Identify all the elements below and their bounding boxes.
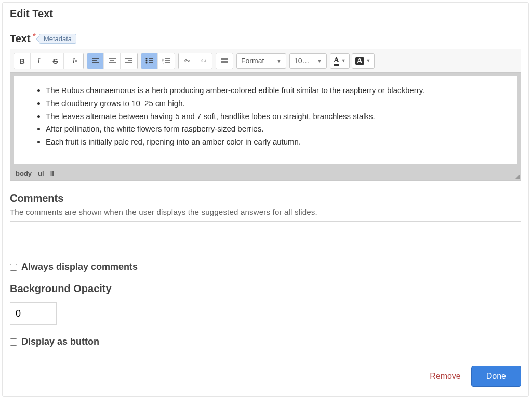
text-style-group: B I S Ix	[14, 53, 84, 69]
list-item: The cloudberry grows to 10–25 cm high.	[46, 97, 507, 110]
comments-input[interactable]	[10, 221, 521, 248]
svg-text:3: 3	[162, 62, 164, 64]
strikethrough-button[interactable]: S	[47, 53, 64, 69]
format-dropdown-label: Format	[241, 57, 264, 65]
align-left-button[interactable]	[87, 53, 104, 69]
italic-button[interactable]: I	[31, 53, 47, 69]
text-color-icon: A	[334, 56, 339, 66]
separator	[65, 55, 65, 67]
display-as-button-label: Display as button	[21, 336, 99, 347]
block-group	[216, 53, 233, 69]
background-opacity-input[interactable]	[10, 302, 57, 325]
list-item: The Rubus chamaemorus is a herb producin…	[46, 84, 507, 97]
list-item: The leaves alternate between having 5 an…	[46, 110, 507, 123]
svg-point-12	[145, 58, 147, 59]
align-center-button[interactable]	[104, 53, 121, 69]
bulleted-list-icon	[145, 57, 154, 64]
background-opacity-label: Background Opacity	[10, 283, 521, 295]
list-group: 123	[141, 53, 175, 69]
chevron-down-icon: ▼	[341, 58, 346, 63]
unlink-icon	[200, 57, 208, 64]
bulleted-list-button[interactable]	[141, 53, 158, 69]
path-segment[interactable]: li	[50, 169, 54, 177]
justify-button[interactable]	[216, 53, 233, 69]
background-color-icon: A	[355, 57, 364, 65]
background-color-button[interactable]: A ▼	[352, 53, 375, 69]
comments-label: Comments	[10, 192, 521, 204]
editor-toolbar: B I S Ix	[10, 49, 521, 73]
align-left-icon	[91, 57, 100, 64]
always-display-label: Always display comments	[21, 261, 138, 272]
unlink-button[interactable]	[195, 53, 212, 69]
comments-help-text: The comments are shown when the user dis…	[10, 207, 521, 216]
align-right-icon	[125, 57, 133, 64]
text-label: Text	[10, 33, 31, 45]
link-group	[178, 53, 212, 69]
numbered-list-button[interactable]: 123	[158, 53, 175, 69]
text-color-button[interactable]: A ▼	[330, 53, 350, 69]
svg-point-13	[145, 60, 147, 61]
path-segment[interactable]: body	[16, 169, 32, 177]
panel-body: Text * Metadata B I S Ix	[3, 25, 528, 396]
chevron-down-icon: ▼	[317, 58, 322, 64]
done-button[interactable]: Done	[471, 366, 521, 387]
panel-title: Edit Text	[3, 3, 528, 25]
list-item: Each fruit is initially pale red, ripeni…	[46, 136, 507, 149]
remove-button[interactable]: Remove	[430, 372, 461, 381]
text-field-label-row: Text * Metadata	[10, 33, 521, 45]
always-display-row[interactable]: Always display comments	[10, 261, 521, 272]
align-group	[87, 53, 138, 69]
format-dropdown[interactable]: Format ▼	[236, 53, 286, 69]
edit-text-panel: Edit Text Text * Metadata B I S Ix	[2, 2, 529, 397]
size-dropdown-label: 10…	[294, 57, 310, 65]
align-right-button[interactable]	[121, 53, 137, 69]
remove-format-button[interactable]: Ix	[66, 53, 83, 69]
link-button[interactable]	[179, 53, 195, 69]
size-dropdown[interactable]: 10… ▼	[289, 53, 327, 69]
bullet-list: The Rubus chamaemorus is a herb producin…	[24, 84, 507, 149]
chevron-down-icon: ▼	[366, 58, 371, 63]
chevron-down-icon: ▼	[276, 58, 282, 64]
footer-actions: Remove Done	[10, 366, 521, 389]
bold-button[interactable]: B	[14, 53, 31, 69]
svg-point-14	[145, 62, 147, 63]
editor-element-path: body ul li	[10, 167, 521, 180]
required-asterisk: *	[33, 32, 36, 42]
always-display-checkbox[interactable]	[10, 264, 17, 271]
resize-handle-icon[interactable]	[515, 175, 520, 179]
numbered-list-icon: 123	[162, 57, 170, 64]
editor-content-area[interactable]: The Rubus chamaemorus is a herb producin…	[14, 76, 517, 164]
link-icon	[183, 57, 191, 64]
display-as-button-checkbox[interactable]	[10, 338, 17, 346]
list-item: After pollination, the white flowers for…	[46, 123, 507, 136]
rich-text-editor: B I S Ix	[10, 49, 521, 181]
metadata-chip[interactable]: Metadata	[39, 34, 76, 44]
display-as-button-row[interactable]: Display as button	[10, 336, 521, 347]
align-center-icon	[108, 57, 116, 64]
path-segment[interactable]: ul	[38, 169, 44, 177]
justify-icon	[220, 57, 229, 64]
